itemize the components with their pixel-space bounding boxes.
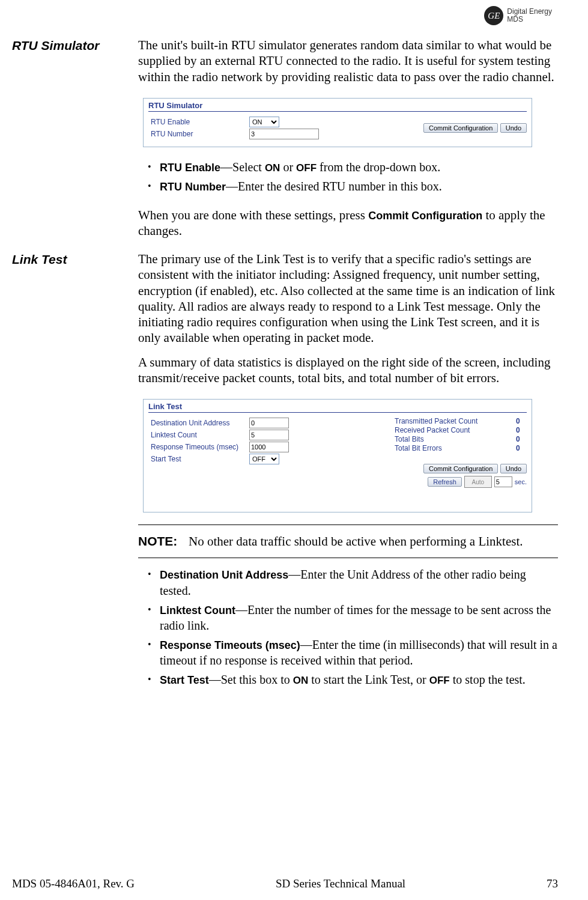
rtu-enable-label: RTU Enable — [151, 118, 249, 126]
rtu-simulator-panel: RTU Simulator RTU Enable ON RTU Number — [143, 98, 532, 147]
footer-center: SD Series Technical Manual — [276, 877, 405, 890]
link-bullet-timeout: Response Timeouts (msec)—Enter the time … — [160, 637, 558, 668]
page-header: GE Digital Energy MDS — [12, 6, 558, 25]
rtu-intro: The unit's built-in RTU simulator genera… — [138, 37, 558, 85]
link-bullet-count: Linktest Count—Enter the number of times… — [160, 602, 558, 633]
start-label: Start Test — [151, 455, 249, 463]
count-label: Linktest Count — [151, 431, 249, 439]
stat-bits-label: Total Bits — [395, 435, 424, 443]
rtu-b2-label: RTU Number — [160, 181, 226, 193]
rtu-undo-button[interactable]: Undo — [500, 123, 527, 133]
note-block: NOTE: No other data traffic should be ac… — [138, 534, 558, 549]
rtu-panel-title: RTU Simulator — [144, 99, 532, 110]
link-para1: The primary use of the Link Test is to v… — [138, 251, 558, 346]
dest-input[interactable] — [249, 418, 289, 428]
ge-logo-icon: GE — [484, 6, 503, 25]
timeout-input[interactable] — [249, 442, 289, 452]
rtu-number-input[interactable] — [249, 129, 319, 139]
link-commit-button[interactable]: Commit Configuration — [423, 464, 498, 473]
stat-bits-value: 0 — [516, 435, 527, 443]
count-input[interactable] — [249, 430, 289, 440]
sec-unit: sec. — [515, 478, 527, 485]
note-rule-bottom — [138, 558, 558, 558]
link-para2: A summary of data statistics is displaye… — [138, 354, 558, 386]
rtu-bullet-list: RTU Enable—Select ON or OFF from the dro… — [138, 159, 558, 195]
dest-label: Destination Unit Address — [151, 419, 249, 427]
sec-input[interactable] — [494, 476, 512, 487]
rtu-done-para: When you are done with these settings, p… — [138, 207, 558, 239]
brand-line2: MDS — [507, 16, 552, 23]
stats-grid: Transmitted Packet Count0 Received Packe… — [395, 416, 527, 453]
note-rule-top — [138, 524, 558, 525]
stat-rx-label: Received Packet Count — [395, 426, 470, 434]
stat-tx-value: 0 — [516, 417, 527, 425]
note-label: NOTE: — [138, 534, 189, 549]
rtu-number-label: RTU Number — [151, 130, 249, 138]
stat-rx-value: 0 — [516, 426, 527, 434]
link-bullet-start: Start Test—Set this box to ON to start t… — [160, 672, 558, 687]
link-panel-title: Link Test — [144, 400, 532, 411]
rtu-b1-label: RTU Enable — [160, 162, 220, 174]
note-text: No other data traffic should be active w… — [189, 534, 523, 549]
stat-err-label: Total Bit Errors — [395, 444, 442, 452]
link-test-panel: Link Test Destination Unit Address Linkt… — [143, 399, 532, 512]
page-footer: MDS 05-4846A01, Rev. G SD Series Technic… — [12, 877, 558, 890]
stat-err-value: 0 — [516, 444, 527, 452]
rtu-commit-button[interactable]: Commit Configuration — [423, 123, 498, 133]
stat-tx-label: Transmitted Packet Count — [395, 417, 477, 425]
rtu-bullet-enable: RTU Enable—Select ON or OFF from the dro… — [160, 159, 558, 175]
refresh-button[interactable]: Refresh — [428, 477, 462, 487]
link-heading: Link Test — [12, 251, 138, 267]
auto-box — [464, 476, 492, 488]
brand-text: Digital Energy MDS — [507, 8, 552, 23]
footer-right: 73 — [547, 877, 558, 890]
link-undo-button[interactable]: Undo — [500, 464, 527, 473]
rtu-heading: RTU Simulator — [12, 37, 138, 53]
footer-left: MDS 05-4846A01, Rev. G — [12, 877, 135, 890]
link-bullet-dest: Destination Unit Address—Enter the Unit … — [160, 567, 558, 598]
rtu-bullet-number: RTU Number—Enter the desired RTU number … — [160, 178, 558, 194]
start-select[interactable]: OFF — [249, 454, 279, 464]
rtu-enable-select[interactable]: ON — [249, 117, 279, 127]
timeout-label: Response Timeouts (msec) — [151, 443, 249, 451]
link-bullet-list: Destination Unit Address—Enter the Unit … — [138, 567, 558, 688]
